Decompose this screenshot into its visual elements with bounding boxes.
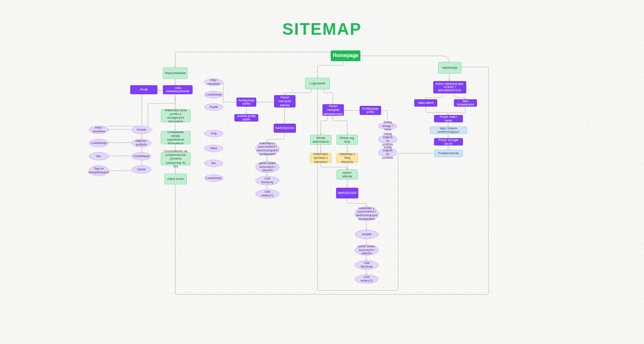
oval-beh-notatki: Notatki <box>355 230 379 239</box>
node-lista-behawiorystow[interactable]: Lista behawiorystów/ek <box>163 85 193 94</box>
node-wybor-klienta[interactable]: wybór klienta <box>336 170 358 179</box>
oval-dodaj-usluge: Dodaj usługę + cenę <box>378 122 397 130</box>
node-narzedzia-beh[interactable]: NARZĘDZIA <box>336 188 358 198</box>
oval-konf-imie: Imię i nazwisko <box>204 79 223 86</box>
node-zaloz-konto[interactable]: Załóż konto <box>165 174 187 184</box>
node-kalendarz-profil[interactable]: Kalendarz przy profilu z dostępnymi term… <box>161 109 191 122</box>
oval-pup-lok: Lokalizacja <box>204 174 223 182</box>
node-wyszukiwarka[interactable]: Wyszukiwarka <box>163 67 188 79</box>
node-dodanie-pupila[interactable]: dodanie profilu pupila <box>234 114 258 122</box>
node-konfiguracja-klient[interactable]: Konfiguracja profilu <box>236 98 256 107</box>
node-potwierdzenie[interactable]: Potwierdzenie <box>434 150 463 157</box>
oval-czat-tekstowy: czat tekstowy <box>255 176 279 185</box>
oval-konf-lok: Lokalizacja <box>204 91 223 98</box>
oval-czat-wideo: czat wideo(?) <box>255 189 279 198</box>
node-profil[interactable]: Profil <box>130 85 157 94</box>
oval-beh-panel-zadan: panel zadań domowych i zaleceń <box>355 245 379 256</box>
node-zakladka-klientow[interactable]: zakładka z listą klientów <box>336 153 358 163</box>
node-jako-klient[interactable]: Jako klient <box>414 99 437 107</box>
node-homepage[interactable]: Homepage <box>331 50 360 61</box>
diagram-canvas[interactable]: SITEMAP <box>0 0 644 344</box>
node-przez-google[interactable]: Przez Google lub fb <box>434 138 463 146</box>
oval-dodaj-portfolio1: Dodaj zdjęcia do portfolio <box>378 135 397 144</box>
node-rejestracja[interactable]: rejestracja <box>438 62 461 74</box>
oval-lokalizacja: Lokalizacja <box>89 139 109 147</box>
node-wybor-rejestracji[interactable]: Wybór rejestracji jako: KLIENT / BEHAWIO… <box>433 81 466 93</box>
oval-pup-bio: Bio <box>204 160 223 167</box>
node-panel-behawiorysty[interactable]: Panel narzędzi behawiorysty <box>322 104 344 116</box>
oval-galeria: Galeria / portfolio <box>131 139 151 147</box>
oval-konf-pupile: Pupile <box>204 103 223 111</box>
oval-pup-imie: Imię <box>204 130 223 137</box>
oval-kalendarz-spotkan: Kalendarz z poprzednimi i nadchodzącymi … <box>255 142 279 155</box>
diagram-title: SITEMAP <box>0 20 644 38</box>
node-mail-link[interactable]: Mail z linkiem potwierdzającym <box>430 127 467 134</box>
node-widok-kalendarza[interactable]: Widok kalendarza <box>310 135 332 145</box>
node-kalendarz-spotkan-klient[interactable]: Kalendarz spotkań z klientami <box>310 153 332 163</box>
node-logowanie[interactable]: Logowanie <box>305 78 330 89</box>
node-jako-behawiorysta[interactable]: Jako behawiorysta <box>454 99 477 107</box>
oval-pup-wiek: Wiek <box>204 145 223 152</box>
oval-bio: Bio <box>89 152 109 160</box>
oval-panel-zadan: panel zadań domowych i zaleceń <box>255 161 279 173</box>
node-panel-klienta[interactable]: Panel narzędzi klienta <box>274 95 296 108</box>
oval-beh-czat-tekst: czat tekstowy <box>355 260 379 270</box>
oval-cennik: Cennik <box>131 126 151 134</box>
oval-imie-nazwisko: Imię i nazwisko <box>89 126 109 134</box>
oval-beh-kalendarz: kalendarz z poprzednimi i nadchodzącymi … <box>355 207 379 221</box>
node-oczekiwanie[interactable]: Oczekiwanie na potwierdzenie (średnio za… <box>161 152 191 165</box>
oval-opinie: Opinie <box>131 165 151 174</box>
node-narzedzia-klient[interactable]: NARZĘDZIA <box>274 124 296 133</box>
node-konfiguracja-beh[interactable]: Konfiguracja profilu <box>360 106 381 115</box>
node-przez-mail[interactable]: Przez mail i hasło <box>434 115 463 122</box>
node-umawianie[interactable]: Umawianie wizyty, wypełnienie formularza <box>161 131 191 144</box>
oval-certyfikacje: Certyfikacje <box>131 152 151 160</box>
oval-dodaj-portfolio2: Dodaj zdjęcia do portfolio <box>378 148 397 157</box>
node-widok-listy[interactable]: Widok wg. listy <box>336 135 358 145</box>
oval-beh-czat-wideo: czat wideo(?) <box>355 275 379 284</box>
oval-tagi: Tagi ze specjalizacjami <box>89 165 109 176</box>
